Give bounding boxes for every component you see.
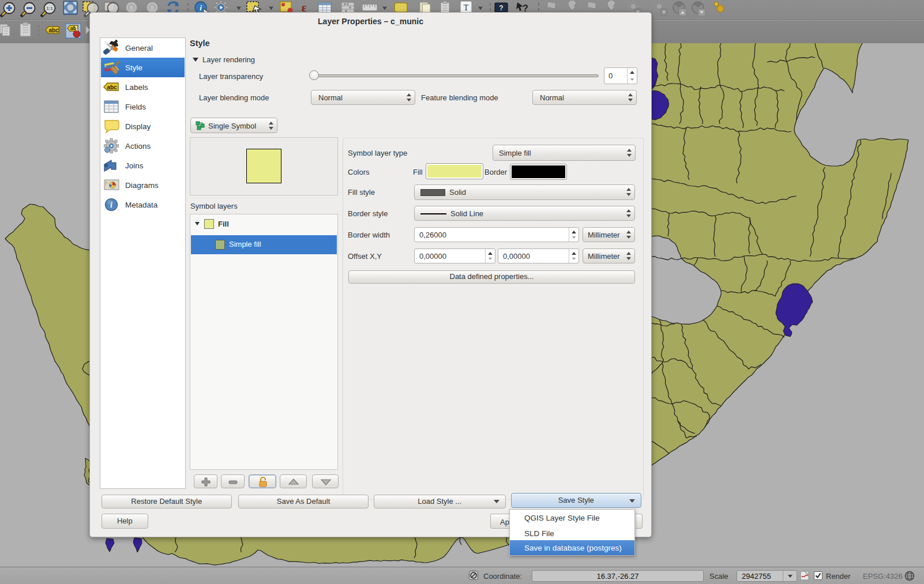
svg-text:i: i [200,3,202,12]
svg-text:T: T [464,3,469,12]
svg-text:abc: abc [48,27,59,33]
svg-text:?: ? [499,4,503,12]
svg-text:1:1: 1:1 [46,6,53,11]
svg-text:abc: abc [107,84,117,90]
svg-text:i: i [110,201,112,209]
